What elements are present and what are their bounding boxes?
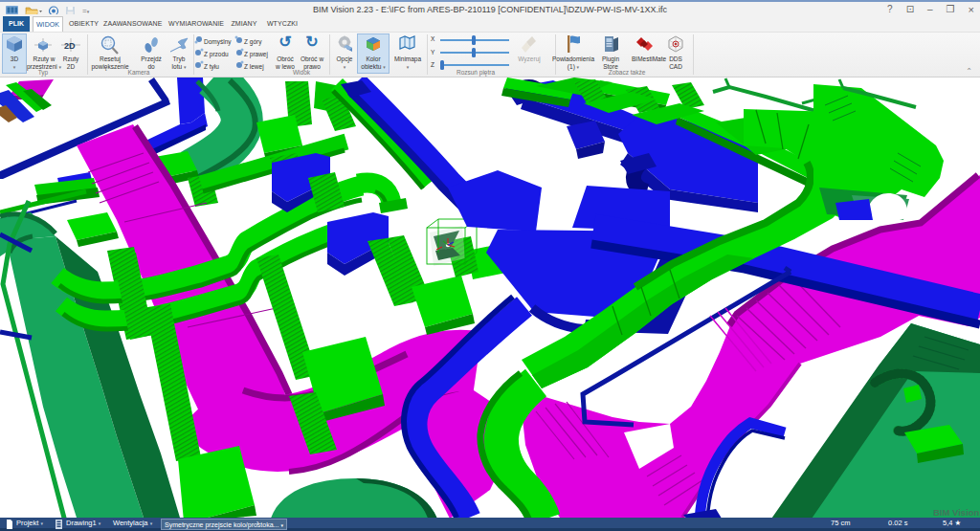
svg-text:2D: 2D bbox=[64, 41, 76, 51]
svg-text:BIM Vision: BIM Vision bbox=[933, 507, 980, 518]
